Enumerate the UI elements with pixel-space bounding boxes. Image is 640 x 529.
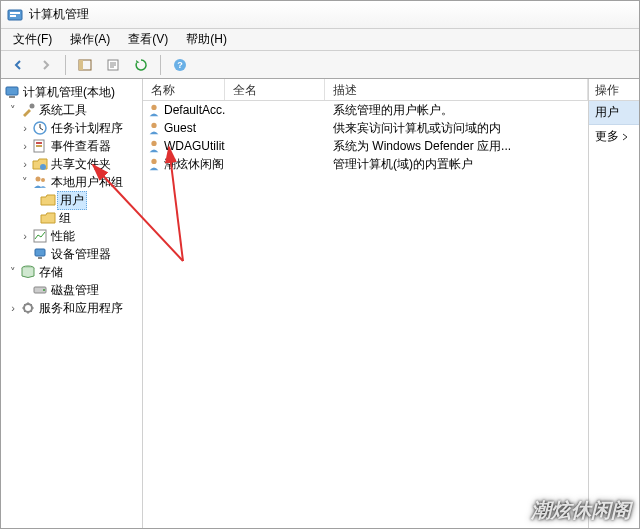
app-icon: [7, 7, 23, 23]
tree-performance[interactable]: › 性能: [1, 227, 142, 245]
svg-rect-22: [35, 249, 45, 256]
svg-point-26: [43, 289, 45, 291]
storage-icon: [20, 264, 36, 280]
cell-description: 系统为 Windows Defender 应用...: [325, 138, 588, 155]
refresh-button[interactable]: [130, 54, 152, 76]
actions-body: 用户 更多: [589, 101, 639, 148]
cell-description: 系统管理的用户帐户。: [325, 102, 588, 119]
tree-label: 事件查看器: [51, 138, 111, 155]
svg-point-19: [36, 177, 41, 182]
tree-local-users-groups[interactable]: ˅ 本地用户和组: [1, 173, 142, 191]
toolbar: ?: [1, 51, 639, 79]
tree-shared-folders[interactable]: › 共享文件夹: [1, 155, 142, 173]
expand-icon[interactable]: ›: [19, 122, 31, 134]
tree-services-apps[interactable]: › 服务和应用程序: [1, 299, 142, 317]
cell-name: DefaultAcc...: [164, 103, 225, 117]
tools-icon: [20, 102, 36, 118]
actions-header: 操作: [589, 79, 639, 101]
svg-point-27: [24, 304, 32, 312]
tree-label: 本地用户和组: [51, 174, 123, 191]
action-more[interactable]: 更多: [589, 125, 639, 148]
collapse-icon[interactable]: ˅: [7, 104, 19, 117]
expand-icon[interactable]: ›: [7, 302, 19, 314]
user-icon: [147, 139, 161, 153]
expand-icon[interactable]: ›: [19, 230, 31, 242]
menu-action[interactable]: 操作(A): [62, 29, 118, 50]
list-body: DefaultAcc... 系统管理的用户帐户。 Guest 供来宾访问计算机或…: [143, 101, 588, 528]
tree-label: 服务和应用程序: [39, 300, 123, 317]
tree-label: 存储: [39, 264, 63, 281]
window-title: 计算机管理: [29, 6, 89, 23]
svg-point-29: [151, 123, 156, 128]
action-context: 用户: [589, 101, 639, 125]
svg-text:?: ?: [177, 60, 183, 70]
tree-system-tools[interactable]: ˅ 系统工具: [1, 101, 142, 119]
cell-name: WDAGUtilit...: [164, 139, 225, 153]
svg-point-20: [41, 178, 45, 182]
tree-task-scheduler[interactable]: › 任务计划程序: [1, 119, 142, 137]
toolbar-separator: [65, 55, 66, 75]
tree-groups[interactable]: 组: [1, 209, 142, 227]
forward-button[interactable]: [35, 54, 57, 76]
folder-icon: [40, 192, 56, 208]
tree-disk-management[interactable]: 磁盘管理: [1, 281, 142, 299]
svg-rect-17: [36, 145, 42, 147]
svg-point-18: [40, 164, 46, 170]
menu-view[interactable]: 查看(V): [120, 29, 176, 50]
cell-name: 潮炫休闲阁: [164, 156, 224, 173]
tree-root[interactable]: 计算机管理(本地): [1, 83, 142, 101]
users-group-icon: [32, 174, 48, 190]
cell-description: 供来宾访问计算机或访问域的内: [325, 120, 588, 137]
menu-help[interactable]: 帮助(H): [178, 29, 235, 50]
col-name[interactable]: 名称: [143, 79, 225, 100]
tree-device-manager[interactable]: 设备管理器: [1, 245, 142, 263]
list-row[interactable]: WDAGUtilit... 系统为 Windows Defender 应用...: [143, 137, 588, 155]
tree-users[interactable]: 用户: [1, 191, 142, 209]
col-description[interactable]: 描述: [325, 79, 588, 100]
svg-point-30: [151, 141, 156, 146]
tree-panel: 计算机管理(本地) ˅ 系统工具 › 任务计划程序 › 事件查看器 › 共享文件…: [1, 79, 143, 528]
tree-label: 组: [59, 210, 71, 227]
chevron-right-icon: [621, 133, 629, 141]
folder-icon: [40, 210, 56, 226]
help-button[interactable]: ?: [169, 54, 191, 76]
tree-label: 用户: [57, 191, 87, 210]
titlebar: 计算机管理: [1, 1, 639, 29]
toolbar-separator: [160, 55, 161, 75]
properties-button[interactable]: [102, 54, 124, 76]
list-row[interactable]: 潮炫休闲阁 管理计算机(域)的内置帐户: [143, 155, 588, 173]
svg-point-13: [30, 104, 35, 109]
tree-label: 磁盘管理: [51, 282, 99, 299]
user-icon: [147, 157, 161, 171]
svg-rect-1: [10, 12, 20, 14]
tree-label: 系统工具: [39, 102, 87, 119]
tree-label: 性能: [51, 228, 75, 245]
services-icon: [20, 300, 36, 316]
svg-rect-4: [79, 60, 83, 70]
show-hide-button[interactable]: [74, 54, 96, 76]
svg-rect-16: [36, 142, 42, 144]
actions-panel: 操作 用户 更多: [589, 79, 639, 528]
svg-rect-2: [10, 15, 16, 17]
content-area: 计算机管理(本地) ˅ 系统工具 › 任务计划程序 › 事件查看器 › 共享文件…: [1, 79, 639, 528]
menu-file[interactable]: 文件(F): [5, 29, 60, 50]
clock-icon: [32, 120, 48, 136]
user-icon: [147, 103, 161, 117]
tree-label: 计算机管理(本地): [23, 84, 115, 101]
list-row[interactable]: DefaultAcc... 系统管理的用户帐户。: [143, 101, 588, 119]
col-fullname[interactable]: 全名: [225, 79, 325, 100]
collapse-icon[interactable]: ˅: [7, 266, 19, 279]
svg-rect-11: [6, 87, 18, 95]
tree-event-viewer[interactable]: › 事件查看器: [1, 137, 142, 155]
back-button[interactable]: [7, 54, 29, 76]
shared-folder-icon: [32, 156, 48, 172]
tree-label: 设备管理器: [51, 246, 111, 263]
svg-rect-23: [38, 257, 42, 259]
list-row[interactable]: Guest 供来宾访问计算机或访问域的内: [143, 119, 588, 137]
performance-icon: [32, 228, 48, 244]
collapse-icon[interactable]: ˅: [19, 176, 31, 189]
device-icon: [32, 246, 48, 262]
expand-icon[interactable]: ›: [19, 140, 31, 152]
expand-icon[interactable]: ›: [19, 158, 31, 170]
tree-storage[interactable]: ˅ 存储: [1, 263, 142, 281]
